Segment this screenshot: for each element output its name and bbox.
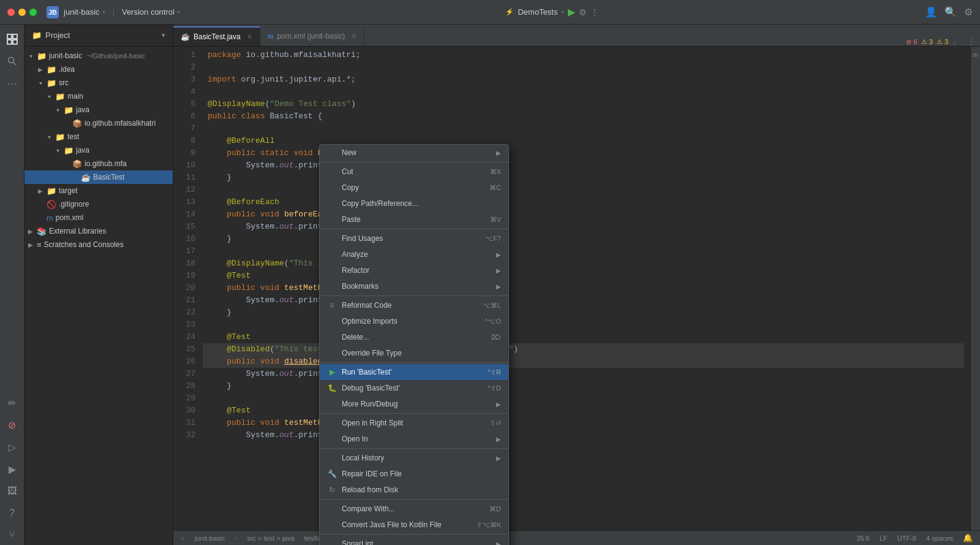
- menu-item-open-right-split[interactable]: Open in Right Split ⇧⏎: [320, 415, 508, 431]
- activity-run-icon[interactable]: ▷: [2, 437, 22, 457]
- svg-rect-1: [13, 34, 17, 39]
- menu-optimize-shortcut: ^⌥O: [484, 318, 501, 326]
- menu-open-in-arrow-icon: ▶: [496, 436, 501, 443]
- menu-bookmarks-arrow-icon: ▶: [496, 283, 501, 290]
- menu-item-new[interactable]: New ▶: [320, 145, 508, 161]
- search-icon[interactable]: 🔍: [944, 6, 957, 18]
- menu-reformat-label: Reformat Code: [342, 301, 478, 310]
- activity-git-icon[interactable]: ⑂: [2, 525, 22, 545]
- menu-item-delete[interactable]: Delete... ⌦: [320, 329, 508, 345]
- menu-item-cut[interactable]: Cut ⌘X: [320, 164, 508, 180]
- tree-item-main-java[interactable]: ▾ 📁 java: [24, 103, 173, 116]
- settings-icon[interactable]: ⚙: [964, 6, 973, 18]
- tree-item-test[interactable]: ▾ 📁 test: [24, 130, 173, 143]
- menu-item-analyze[interactable]: Analyze ▶: [320, 246, 508, 262]
- context-menu: New ▶ Cut ⌘X Copy ⌘C Copy Path/Reference…: [319, 144, 509, 545]
- titlebar-separator: |: [113, 7, 115, 17]
- menu-item-find-usages[interactable]: Find Usages ⌥F7: [320, 231, 508, 246]
- menu-compare-shortcut: ⌘D: [489, 505, 501, 513]
- run-settings-icon[interactable]: ⚙: [579, 7, 587, 17]
- menu-more-run-arrow-icon: ▶: [496, 401, 501, 408]
- menu-item-copy-path[interactable]: Copy Path/Reference...: [320, 196, 508, 212]
- menu-cut-label: Cut: [342, 167, 485, 176]
- menu-item-paste[interactable]: Paste ⌘V: [320, 212, 508, 227]
- tree-item-src[interactable]: ▾ 📁 src: [24, 76, 173, 90]
- minimize-button[interactable]: [18, 9, 26, 16]
- menu-item-bookmarks[interactable]: Bookmarks ▶: [320, 278, 508, 294]
- menu-override-label: Override File Type: [342, 349, 501, 357]
- menu-item-optimize[interactable]: Optimize Imports ^⌥O: [320, 313, 508, 329]
- menu-find-shortcut: ⌥F7: [485, 235, 501, 243]
- menu-refactor-label: Refactor: [342, 266, 491, 275]
- activity-notifications-icon[interactable]: 🖼: [2, 481, 22, 501]
- version-control-selector[interactable]: Version control ▾: [122, 7, 180, 17]
- activity-todo-icon[interactable]: ✏: [2, 393, 22, 413]
- activity-project-icon[interactable]: [2, 29, 22, 49]
- activity-debug-icon[interactable]: ▶: [2, 459, 22, 479]
- tree-item-scratches[interactable]: ▶ ≡ Scratches and Consoles: [24, 238, 173, 251]
- menu-item-repair-ide[interactable]: 🔧 Repair IDE on File: [320, 466, 508, 482]
- menu-copy-label: Copy: [342, 183, 484, 192]
- tree-item-gitignore[interactable]: 🚫 .gitignore: [24, 197, 173, 211]
- tree-item-basictest[interactable]: ☕ BasicTest: [24, 170, 173, 184]
- menu-copy-path-label: Copy Path/Reference...: [342, 199, 501, 208]
- menu-item-more-run[interactable]: More Run/Debug ▶: [320, 396, 508, 412]
- vc-label: Version control: [122, 7, 175, 17]
- panel-chevron-icon[interactable]: ▾: [162, 31, 165, 39]
- tree-item-root[interactable]: ▾ 📁 junit-basic ~/Github/junit-basic: [24, 49, 173, 63]
- menu-item-copy[interactable]: Copy ⌘C: [320, 180, 508, 196]
- activity-search-icon[interactable]: [2, 51, 22, 71]
- menu-sep-8: [320, 534, 508, 535]
- close-button[interactable]: [7, 9, 15, 16]
- maximize-button[interactable]: [29, 9, 37, 16]
- activity-bar: ⋯ ✏ ⊘ ▷ ▶ 🖼 ? ⑂: [0, 25, 24, 545]
- panel-folder-icon: 📁: [32, 31, 42, 40]
- svg-rect-0: [7, 34, 12, 39]
- activity-problems-icon[interactable]: ⊘: [2, 415, 22, 435]
- activity-more-icon[interactable]: ⋯: [2, 74, 22, 93]
- tree-item-main[interactable]: ▾ 📁 main: [24, 90, 173, 103]
- run-button[interactable]: ▶: [568, 6, 575, 18]
- more-actions-icon[interactable]: ⋮: [590, 7, 599, 17]
- menu-item-open-in[interactable]: Open In ▶: [320, 431, 508, 447]
- menu-item-reformat[interactable]: ≡ Reformat Code ⌥⌘L: [320, 297, 508, 313]
- menu-convert-shortcut: ⇧⌥⌘K: [477, 521, 501, 529]
- context-menu-overlay[interactable]: New ▶ Cut ⌘X Copy ⌘C Copy Path/Reference…: [173, 25, 980, 545]
- menu-item-override-file-type[interactable]: Override File Type: [320, 345, 508, 361]
- profile-icon[interactable]: 👤: [925, 6, 937, 18]
- menu-new-arrow-icon: ▶: [496, 150, 501, 156]
- project-badge: JB: [47, 6, 59, 18]
- editor-area: ☕ BasicTest.java ✕ m pom.xml (junit-basi…: [173, 25, 980, 545]
- menu-copy-shortcut: ⌘C: [489, 184, 501, 192]
- menu-more-run-label: More Run/Debug: [342, 400, 491, 408]
- menu-delete-shortcut: ⌦: [491, 333, 501, 341]
- tree-item-idea[interactable]: ▶ 📁 .idea: [24, 63, 173, 76]
- vc-chevron-icon: ▾: [177, 9, 180, 15]
- menu-debug-icon: 🐛: [327, 384, 337, 392]
- tree-item-pom[interactable]: m pom.xml: [24, 211, 173, 224]
- menu-analyze-arrow-icon: ▶: [496, 251, 501, 258]
- menu-item-reload-disk[interactable]: ↻ Reload from Disk: [320, 482, 508, 498]
- menu-paste-label: Paste: [342, 215, 485, 224]
- menu-item-run-basictest[interactable]: ▶ Run 'BasicTest' ^⇧R: [320, 364, 508, 380]
- tree-item-main-package[interactable]: 📦 io.github.mfaisalkhatri: [24, 116, 173, 130]
- main-layout: ⋯ ✏ ⊘ ▷ ▶ 🖼 ? ⑂ 📁 Project ▾ ▾ 📁 junit-ba…: [0, 25, 980, 545]
- tree-item-target[interactable]: ▶ 📁 target: [24, 184, 173, 197]
- menu-item-compare-with[interactable]: Compare With... ⌘D: [320, 501, 508, 517]
- activity-help-icon[interactable]: ?: [2, 503, 22, 523]
- menu-optimize-label: Optimize Imports: [342, 317, 480, 326]
- menu-sep-6: [320, 448, 508, 449]
- menu-open-in-label: Open In: [342, 435, 491, 443]
- tree-item-test-java[interactable]: ▾ 📁 java: [24, 143, 173, 157]
- run-config-selector[interactable]: ⚡ DemoTests ▾: [505, 7, 564, 17]
- project-selector[interactable]: junit-basic ▾: [64, 7, 105, 17]
- menu-item-refactor[interactable]: Refactor ▶: [320, 262, 508, 278]
- menu-item-debug-basictest[interactable]: 🐛 Debug 'BasicTest' ^⇧D: [320, 380, 508, 396]
- tree-item-test-package[interactable]: 📦 io.github.mfa: [24, 157, 173, 170]
- svg-point-4: [8, 58, 13, 63]
- menu-item-convert-kotlin[interactable]: Convert Java File to Kotlin File ⇧⌥⌘K: [320, 517, 508, 533]
- menu-item-local-history[interactable]: Local History ▶: [320, 450, 508, 466]
- menu-sep-7: [320, 499, 508, 500]
- menu-item-sonarlint[interactable]: SonarLint ▶: [320, 536, 508, 545]
- tree-item-external-libs[interactable]: ▶ 📚 External Libraries: [24, 224, 173, 238]
